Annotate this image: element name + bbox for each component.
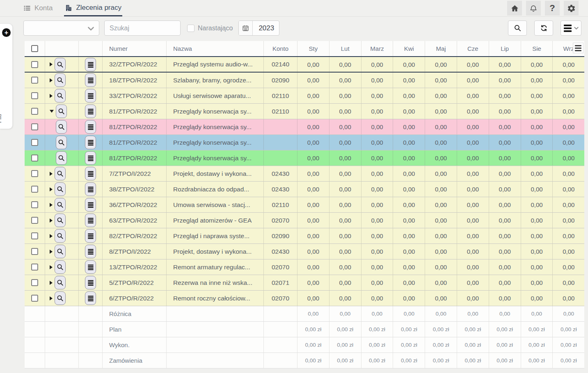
column-header-month[interactable]: Lip: [489, 41, 521, 56]
column-header-month[interactable]: Marz: [361, 41, 394, 56]
row-search-button[interactable]: [55, 260, 66, 274]
table-row[interactable]: 8/ZTPO/I/2022Projekt, dostawy i wykona..…: [25, 244, 584, 259]
row-search-button[interactable]: [55, 73, 66, 87]
table-row[interactable]: 6/ZTPO/R/2022Remont roczny całościow...0…: [25, 291, 584, 306]
expand-row-icon[interactable]: [50, 250, 53, 254]
row-details-button[interactable]: [85, 120, 96, 134]
row-details-button[interactable]: [85, 182, 96, 196]
row-search-button[interactable]: [56, 105, 67, 118]
row-details-button[interactable]: [85, 58, 96, 71]
row-search-button[interactable]: [55, 291, 66, 305]
row-details-button[interactable]: [85, 105, 96, 118]
row-checkbox[interactable]: [31, 295, 38, 302]
row-details-button[interactable]: [85, 198, 96, 212]
filter-select[interactable]: [23, 20, 99, 36]
column-header-month[interactable]: Lut: [329, 41, 361, 56]
row-search-button[interactable]: [56, 151, 67, 165]
tab-zlecenia-pracy[interactable]: Zlecenia pracy: [64, 0, 122, 16]
column-header-month[interactable]: Kwi: [393, 41, 425, 56]
calendar-button[interactable]: [239, 21, 253, 35]
table-child-row[interactable]: 81/ZTPO/R/2022Przeglądy konserwacja sy..…: [25, 119, 584, 135]
row-details-button[interactable]: [85, 89, 96, 102]
row-checkbox[interactable]: [31, 92, 38, 99]
add-filter-button[interactable]: +: [2, 28, 11, 37]
row-details-button[interactable]: [85, 214, 96, 227]
row-checkbox[interactable]: [31, 155, 38, 161]
expand-row-icon[interactable]: [50, 203, 53, 207]
search-input[interactable]: [104, 20, 181, 36]
column-header-nazwa[interactable]: Nazwa: [167, 41, 264, 56]
column-header-month[interactable]: Maj: [425, 41, 457, 56]
row-search-button[interactable]: [55, 182, 66, 196]
row-details-button[interactable]: [85, 151, 96, 165]
row-checkbox[interactable]: [31, 201, 38, 208]
year-input[interactable]: [253, 21, 279, 35]
row-search-button[interactable]: [55, 167, 66, 180]
expand-row-icon[interactable]: [50, 78, 53, 82]
expand-row-icon[interactable]: [50, 296, 53, 300]
row-checkbox[interactable]: [31, 139, 38, 146]
row-checkbox[interactable]: [31, 279, 38, 286]
settings-button[interactable]: [564, 1, 579, 16]
row-search-button[interactable]: [55, 229, 66, 243]
column-header-numer[interactable]: Numer: [103, 41, 167, 56]
row-details-button[interactable]: [85, 291, 96, 305]
table-row[interactable]: 13/ZTPO/R/2022Remont armatury regulac...…: [25, 259, 584, 275]
row-search-button[interactable]: [55, 89, 66, 102]
expand-row-icon[interactable]: [50, 62, 53, 66]
row-checkbox[interactable]: [31, 108, 38, 115]
table-row[interactable]: 7/ZTPO/I/2022Projekt, dostawy i wykona..…: [25, 166, 584, 182]
table-child-row[interactable]: 81/ZTPO/R/2022Przeglądy konserwacja sy..…: [25, 150, 584, 166]
filter-panel[interactable]: + Filtr: [0, 23, 13, 129]
row-search-button[interactable]: [55, 214, 66, 227]
row-details-button[interactable]: [85, 245, 96, 258]
table-row[interactable]: 81/ZTPO/R/2022Przeglądy konserwacja sy..…: [25, 104, 584, 119]
row-details-button[interactable]: [85, 167, 96, 180]
column-header-month[interactable]: Sie: [521, 41, 553, 56]
row-search-button[interactable]: [55, 276, 66, 289]
expand-row-icon[interactable]: [50, 281, 53, 285]
row-search-button[interactable]: [56, 120, 67, 134]
row-checkbox[interactable]: [31, 77, 38, 84]
expand-row-icon[interactable]: [50, 94, 53, 98]
expand-row-icon[interactable]: [50, 172, 53, 176]
row-search-button[interactable]: [56, 136, 67, 149]
row-checkbox[interactable]: [31, 248, 38, 255]
table-row[interactable]: 18/ZTPO/R/2022Szlabany, bramy, ogrodze..…: [25, 73, 584, 88]
table-row[interactable]: 5/ZTPO/R/2022Rezerwa na inne niż wska...…: [25, 275, 584, 291]
expand-row-icon[interactable]: [50, 234, 53, 238]
row-checkbox[interactable]: [31, 123, 38, 130]
expand-row-icon[interactable]: [50, 265, 53, 269]
actions-menu-button[interactable]: [561, 20, 581, 36]
row-checkbox[interactable]: [31, 217, 38, 224]
tab-konta[interactable]: Konta: [23, 0, 53, 16]
refresh-button[interactable]: [534, 20, 553, 36]
column-header-konto[interactable]: Konto: [264, 41, 297, 56]
search-button[interactable]: [508, 20, 527, 36]
row-checkbox[interactable]: [31, 170, 38, 177]
cumulative-checkbox-wrap[interactable]: Narastająco: [187, 25, 233, 32]
row-details-button[interactable]: [85, 229, 96, 243]
row-details-button[interactable]: [85, 276, 96, 289]
help-button[interactable]: ?: [545, 1, 560, 16]
row-checkbox[interactable]: [31, 264, 38, 271]
row-search-button[interactable]: [55, 245, 66, 258]
row-search-button[interactable]: [55, 198, 66, 212]
row-details-button[interactable]: [85, 73, 96, 87]
row-search-button[interactable]: [55, 58, 66, 71]
select-all-checkbox[interactable]: [31, 45, 38, 52]
home-button[interactable]: [507, 1, 522, 16]
table-child-row[interactable]: 81/ZTPO/R/2022Przeglądy konserwacja sy..…: [25, 135, 584, 150]
table-row[interactable]: 38/ZTPO/I/2022Rozdrabniacza do odpad...0…: [25, 182, 584, 197]
table-row[interactable]: 82/ZTPO/R/2022Przegląd i naprawa syste..…: [25, 228, 584, 244]
notifications-button[interactable]: [526, 1, 541, 16]
column-header-month[interactable]: Cze: [457, 41, 489, 56]
row-checkbox[interactable]: [31, 232, 38, 239]
table-row[interactable]: 33/ZTPO/R/2022Usługi serwisowe aparatu..…: [25, 88, 584, 104]
column-picker-button[interactable]: [573, 43, 583, 53]
row-details-button[interactable]: [85, 136, 96, 149]
table-row[interactable]: 32/ZTPO/R/2022Przegląd systemu audio-w..…: [25, 57, 584, 73]
cumulative-checkbox[interactable]: [187, 25, 194, 32]
column-header-month[interactable]: Sty: [297, 41, 329, 56]
expand-row-icon[interactable]: [50, 187, 53, 191]
